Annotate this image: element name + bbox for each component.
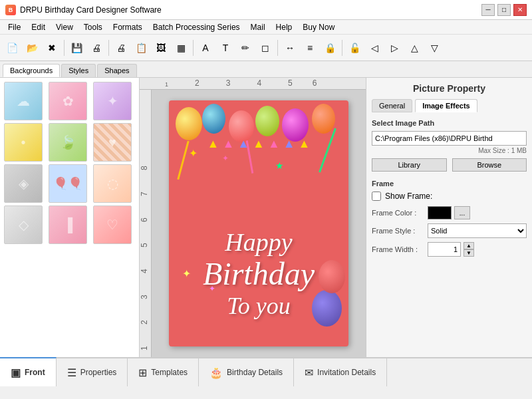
templates-icon: ⊞ xyxy=(138,366,147,379)
menu-item-tools[interactable]: Tools xyxy=(78,21,108,33)
toolbar-separator xyxy=(64,40,65,56)
frame-width-label: Frame Width : xyxy=(372,245,425,253)
width-down-button[interactable]: ▼ xyxy=(464,249,474,257)
app-icon: B xyxy=(5,5,16,15)
show-frame-label: Show Frame: xyxy=(385,192,432,201)
menu-item-formats[interactable]: Formats xyxy=(108,21,148,33)
toolbar-print-button[interactable]: 🖨 xyxy=(112,39,130,57)
frame-section: Frame Show Frame: Frame Color : ... Fram… xyxy=(372,180,527,257)
menu-item-file[interactable]: File xyxy=(3,21,26,33)
bottom-tab-templates[interactable]: ⊞Templates xyxy=(128,358,199,386)
toolbar-text-t-button[interactable]: T xyxy=(216,39,235,57)
menu-item-batch-processing-series[interactable]: Batch Processing Series xyxy=(148,21,245,33)
property-tabs: General Image Effects xyxy=(372,99,527,112)
toolbar-stretch-button[interactable]: ↔ xyxy=(281,39,299,57)
backgrounds-grid: ☁✿✦•🍃♥◈🎈🎈◌◇▐♡ xyxy=(0,78,139,248)
toolbar-new-button[interactable]: 📄 xyxy=(3,39,21,57)
toolbar-barcode-button[interactable]: ▦ xyxy=(172,39,190,57)
menu-item-mail[interactable]: Mail xyxy=(245,21,271,33)
canvas-content: ✦ ✦ ★ ✦ ✦ ▲ ▲ ▲ ▲ ▲ ▲ ▲ Happy Birthday xyxy=(152,90,366,357)
frame-width-input[interactable] xyxy=(428,242,461,257)
menu-item-help[interactable]: Help xyxy=(271,21,298,33)
close-button[interactable]: ✕ xyxy=(513,4,527,16)
toolbar-lock-button[interactable]: 🔒 xyxy=(321,39,339,57)
width-up-button[interactable]: ▲ xyxy=(464,242,474,249)
menu-item-buy-now[interactable]: Buy Now xyxy=(297,21,340,33)
toolbar-separator xyxy=(108,40,109,56)
background-thumb-7[interactable]: ◈ xyxy=(4,164,43,203)
toolbar-up-button[interactable]: △ xyxy=(405,39,424,57)
front-label: Front xyxy=(25,368,45,377)
toolbar-separator xyxy=(277,40,278,56)
max-size-label: Max Size : 1 MB xyxy=(372,147,527,154)
toolbar-draw-button[interactable]: ✏ xyxy=(236,39,255,57)
bottom-tab-birthday-details[interactable]: 🎂Birthday Details xyxy=(199,358,294,386)
menu-bar: FileEditViewToolsFormatsBatch Processing… xyxy=(0,20,532,35)
bottom-tab-invitation-details[interactable]: ✉Invitation Details xyxy=(294,358,387,386)
toolbar-next-button[interactable]: ▷ xyxy=(385,39,404,57)
toolbar-close-button[interactable]: ✖ xyxy=(43,39,61,57)
toolbar-print-setup-button[interactable]: 🖨 xyxy=(87,39,106,57)
toolbar-image-button[interactable]: 🖼 xyxy=(152,39,170,57)
image-path-input[interactable] xyxy=(372,131,527,146)
background-thumb-8[interactable]: 🎈🎈 xyxy=(49,164,87,203)
toolbar-save-button[interactable]: 💾 xyxy=(67,39,86,57)
left-panel: ☁✿✦•🍃♥◈🎈🎈◌◇▐♡ xyxy=(0,78,140,357)
show-frame-checkbox[interactable] xyxy=(372,192,381,201)
background-thumb-6[interactable]: ♥ xyxy=(93,123,132,162)
toolbar-align-button[interactable]: ≡ xyxy=(301,39,319,57)
frame-style-select[interactable]: Solid Dashed Dotted xyxy=(428,223,527,238)
canvas-area[interactable]: 1 2 3 4 5 6 12345678 xyxy=(140,78,366,357)
tab-general[interactable]: General xyxy=(372,99,412,112)
spinner-controls: ▲ ▼ xyxy=(464,242,474,257)
frame-style-row: Frame Style : Solid Dashed Dotted xyxy=(372,223,527,238)
background-thumb-11[interactable]: ▐ xyxy=(49,205,87,244)
properties-icon: ☰ xyxy=(67,366,76,379)
front-icon: ▣ xyxy=(11,366,21,379)
title-text: DRPU Birthday Card Designer Software xyxy=(20,5,162,15)
frame-width-row: Frame Width : ▲ ▼ xyxy=(372,242,527,257)
menu-item-edit[interactable]: Edit xyxy=(26,21,51,33)
toolbar-prev-button[interactable]: ◁ xyxy=(365,39,384,57)
right-panel: Picture Property General Image Effects S… xyxy=(366,78,532,357)
tab-image-effects[interactable]: Image Effects xyxy=(415,99,477,112)
toolbar-open-button[interactable]: 📂 xyxy=(23,39,41,57)
tab-backgrounds[interactable]: Backgrounds xyxy=(3,64,60,77)
background-thumb-1[interactable]: ☁ xyxy=(4,82,43,120)
birthday-details-icon: 🎂 xyxy=(209,366,223,379)
background-thumb-10[interactable]: ◇ xyxy=(4,205,43,244)
bottom-tab-front[interactable]: ▣Front xyxy=(0,357,57,386)
background-thumb-2[interactable]: ✿ xyxy=(49,82,87,120)
birthday-details-label: Birthday Details xyxy=(227,368,283,377)
toolbar-paste-button[interactable]: 📋 xyxy=(132,39,150,57)
toolbar-unlock-button[interactable]: 🔓 xyxy=(345,39,364,57)
properties-label: Properties xyxy=(80,368,117,377)
title-left: B DRPU Birthday Card Designer Software xyxy=(5,5,162,15)
tab-shapes[interactable]: Shapes xyxy=(97,64,136,77)
frame-color-picker-button[interactable]: ... xyxy=(454,206,470,219)
toolbar-shapes-button[interactable]: ◻ xyxy=(256,39,275,57)
browse-button[interactable]: Browse xyxy=(452,158,527,172)
background-thumb-5[interactable]: 🍃 xyxy=(49,123,87,162)
background-thumb-9[interactable]: ◌ xyxy=(93,164,132,203)
toolbar-text-a-button[interactable]: A xyxy=(196,39,215,57)
templates-label: Templates xyxy=(151,368,188,377)
frame-width-spinner: ▲ ▼ xyxy=(428,242,474,257)
minimize-button[interactable]: ─ xyxy=(481,4,495,16)
maximize-button[interactable]: □ xyxy=(497,4,511,16)
birthday-text: Happy Birthday To you xyxy=(169,227,348,320)
library-button[interactable]: Library xyxy=(372,158,447,172)
birthday-card[interactable]: ✦ ✦ ★ ✦ ✦ ▲ ▲ ▲ ▲ ▲ ▲ ▲ Happy Birthday xyxy=(169,100,348,346)
toolbar-separator xyxy=(342,40,342,56)
background-thumb-4[interactable]: • xyxy=(4,123,43,162)
frame-color-row: Frame Color : ... xyxy=(372,206,527,219)
bottom-tab-properties[interactable]: ☰Properties xyxy=(57,358,128,386)
background-thumb-12[interactable]: ♡ xyxy=(93,205,132,244)
invitation-details-label: Invitation Details xyxy=(317,368,376,377)
menu-item-view[interactable]: View xyxy=(51,21,78,33)
background-thumb-3[interactable]: ✦ xyxy=(93,82,132,120)
tab-styles[interactable]: Styles xyxy=(61,64,96,77)
toolbar-down-button[interactable]: ▽ xyxy=(425,39,444,57)
toyou-text: To you xyxy=(169,292,348,320)
frame-color-swatch[interactable] xyxy=(428,206,452,219)
